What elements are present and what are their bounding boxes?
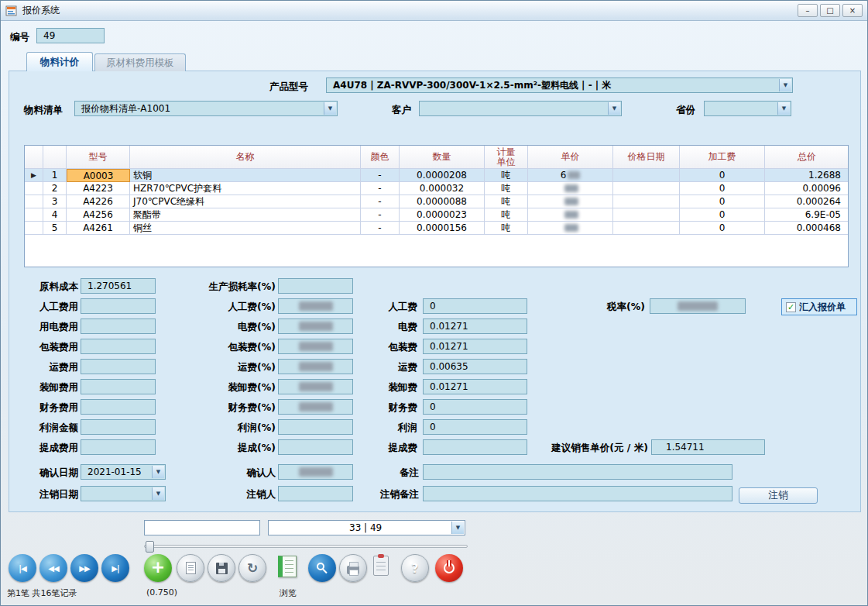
cell-qty[interactable]: 0.000032: [400, 182, 485, 195]
cell-fee[interactable]: 0: [680, 169, 765, 182]
table-row[interactable]: 4A4256聚酯带-0.0000023吨06.9E-05: [25, 208, 848, 222]
row-selector[interactable]: [25, 208, 43, 222]
grid-column-header[interactable]: 加工费: [680, 146, 765, 169]
edit-record-button[interactable]: [177, 554, 204, 582]
chevron-down-icon[interactable]: ▼: [779, 79, 791, 91]
grid-column-header[interactable]: 计量单位: [485, 146, 528, 169]
cell-unit[interactable]: 吨: [485, 182, 528, 195]
row-selector[interactable]: [25, 182, 43, 195]
cell-price[interactable]: 6: [528, 169, 613, 182]
table-row[interactable]: ▶1A0003软铜-0.0000208吨601.2688: [25, 169, 848, 182]
bottom-left-combo[interactable]: [144, 520, 260, 535]
search-button[interactable]: [308, 554, 336, 582]
cell-color[interactable]: -: [361, 208, 400, 222]
cell-color[interactable]: -: [361, 169, 400, 182]
cell-price[interactable]: [528, 222, 613, 235]
chevron-down-icon[interactable]: ▼: [324, 102, 336, 115]
bom-combo[interactable]: 报价物料清单-A1001 ▼: [74, 101, 338, 116]
tab-raw-material-template[interactable]: 原材料费用模板: [94, 53, 186, 71]
report-browse-button[interactable]: [278, 556, 297, 577]
cell-pdate[interactable]: [613, 169, 680, 182]
cell-unit[interactable]: 吨: [485, 208, 528, 222]
exit-button[interactable]: [435, 554, 463, 582]
row-selector[interactable]: ▶: [25, 169, 43, 182]
cell-pdate[interactable]: [613, 222, 680, 235]
labor-fee-field[interactable]: 0: [423, 298, 527, 314]
cell-num[interactable]: 3: [43, 195, 67, 208]
chevron-down-icon[interactable]: ▼: [451, 522, 464, 534]
grid-column-header[interactable]: 单价: [528, 146, 613, 169]
chevron-down-icon[interactable]: ▼: [608, 102, 620, 115]
product-model-combo[interactable]: A4U78 | ZA-RVVP-300/300V-1×2.5-mm²-塑料电线 …: [326, 77, 793, 93]
cell-name[interactable]: 铜丝: [130, 222, 361, 235]
minimize-icon[interactable]: –: [798, 4, 818, 17]
tax-rate-field[interactable]: [650, 298, 746, 314]
record-slider-track[interactable]: [144, 545, 468, 548]
record-slider-thumb[interactable]: [146, 541, 154, 553]
cell-name[interactable]: 软铜: [130, 169, 361, 182]
freight-fee-field[interactable]: 0.00635: [423, 359, 527, 374]
cell-price[interactable]: [528, 182, 613, 195]
grid-column-header[interactable]: 型号: [67, 146, 130, 169]
cell-fee[interactable]: 0: [680, 182, 765, 195]
cell-total[interactable]: 0.000468: [765, 222, 849, 235]
cell-total[interactable]: 0.00096: [765, 182, 849, 195]
grid-column-header[interactable]: 颜色: [361, 146, 400, 169]
province-combo[interactable]: ▼: [704, 101, 791, 116]
confirmer-field[interactable]: [278, 464, 353, 480]
cell-unit[interactable]: 吨: [485, 195, 528, 208]
canceller-field[interactable]: [278, 486, 353, 501]
grid-column-header[interactable]: [43, 146, 67, 169]
cell-model[interactable]: A4223: [67, 182, 130, 195]
cell-price[interactable]: [528, 208, 613, 222]
help-button[interactable]: ?: [401, 554, 429, 582]
cell-total[interactable]: 1.2688: [765, 169, 849, 182]
customer-combo[interactable]: ▼: [419, 101, 622, 116]
tab-material-pricing[interactable]: 物料计价: [26, 52, 93, 71]
cell-unit[interactable]: 吨: [485, 169, 528, 182]
cell-qty[interactable]: 0.0000208: [400, 169, 485, 182]
table-row[interactable]: 3A4226J70℃PVC绝缘料-0.0000088吨00.000264: [25, 195, 848, 208]
cell-name[interactable]: HZR70℃PVC护套料: [130, 182, 361, 195]
cell-num[interactable]: 5: [43, 222, 67, 235]
row-selector[interactable]: [25, 195, 43, 208]
clipboard-button[interactable]: [373, 556, 389, 576]
cell-model[interactable]: A4256: [67, 208, 130, 222]
cell-model[interactable]: A4226: [67, 195, 130, 208]
nav-next-button[interactable]: ▶▶: [70, 554, 98, 582]
grid-column-header[interactable]: [25, 146, 43, 169]
record-jump-combo[interactable]: 33 | 49 ▼: [268, 520, 465, 535]
print-button[interactable]: [339, 554, 367, 582]
cell-qty[interactable]: 0.0000156: [400, 222, 485, 235]
production-loss-rate-field[interactable]: [278, 278, 353, 294]
record-id-field[interactable]: 49: [36, 28, 105, 43]
cell-color[interactable]: -: [361, 195, 400, 208]
maximize-icon[interactable]: □: [820, 4, 840, 17]
cell-num[interactable]: 1: [43, 169, 67, 182]
cell-qty[interactable]: 0.0000088: [400, 195, 485, 208]
row-selector[interactable]: [25, 222, 43, 235]
add-record-button[interactable]: +: [144, 554, 172, 582]
cell-price[interactable]: [528, 195, 613, 208]
cell-fee[interactable]: 0: [680, 195, 765, 208]
grid-column-header[interactable]: 名称: [130, 146, 361, 169]
cell-total[interactable]: 0.000264: [765, 195, 849, 208]
cancel-remark-field[interactable]: [423, 486, 732, 501]
nav-last-button[interactable]: ▶|: [101, 554, 129, 582]
cell-fee[interactable]: 0: [680, 222, 765, 235]
chevron-down-icon[interactable]: ▼: [777, 102, 790, 115]
commission-fee-field[interactable]: [423, 439, 527, 455]
table-row[interactable]: 2A4223HZR70℃PVC护套料-0.000032吨00.00096: [25, 182, 848, 195]
refresh-button[interactable]: ↻: [238, 554, 266, 582]
checkmark-icon[interactable]: ✓: [786, 302, 796, 312]
grid-column-header[interactable]: 总价: [765, 146, 849, 169]
packaging-fee-field[interactable]: 0.01271: [423, 339, 527, 354]
cell-num[interactable]: 2: [43, 182, 67, 195]
grid-column-header[interactable]: 价格日期: [613, 146, 680, 169]
finance-fee-field[interactable]: 0: [423, 399, 527, 415]
grid-column-header[interactable]: 数量: [400, 146, 485, 169]
cell-name[interactable]: J70℃PVC绝缘料: [130, 195, 361, 208]
cancel-button[interactable]: 注销: [739, 487, 818, 504]
electricity-fee-field[interactable]: 0.01271: [423, 318, 527, 334]
cell-model[interactable]: A0003: [67, 169, 130, 182]
